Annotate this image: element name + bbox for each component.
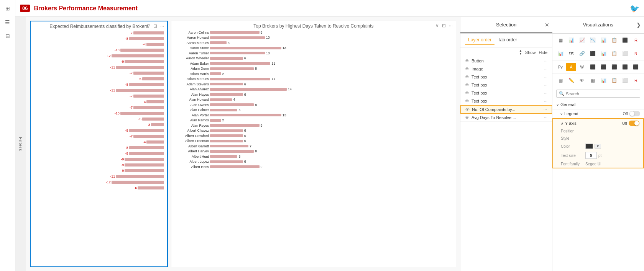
- y-axis-toggle[interactable]: Off: [622, 121, 639, 126]
- layer-dots-icon[interactable]: ···: [544, 107, 547, 112]
- color-dropdown-arrow[interactable]: ▼: [595, 144, 601, 149]
- arrow-down-icon[interactable]: ▼: [519, 52, 522, 56]
- show-label[interactable]: Show: [525, 50, 536, 55]
- tab-selection[interactable]: Selection ✕: [460, 17, 552, 33]
- layer-eye-icon[interactable]: 👁: [465, 115, 469, 120]
- viz-icon-area[interactable]: ⬛: [620, 36, 630, 44]
- layer-item[interactable]: 👁 Image ···: [460, 65, 552, 73]
- viz-icon-pencil[interactable]: ✏️: [566, 76, 576, 85]
- y-axis-toggle-pill[interactable]: [629, 121, 639, 126]
- layer-eye-icon[interactable]: 👁: [465, 59, 469, 63]
- layer-eye-icon[interactable]: 👁: [465, 75, 469, 79]
- filters-panel[interactable]: Filters: [15, 17, 26, 271]
- general-header[interactable]: ∨ General: [552, 100, 644, 109]
- tab-layer-order[interactable]: Layer order: [465, 36, 495, 45]
- viz-icon-s5[interactable]: ⬛: [631, 63, 641, 71]
- viz-icon-py[interactable]: Py: [555, 63, 565, 71]
- filter-icon-right[interactable]: ⊽: [435, 23, 440, 29]
- layer-item-label: Text box: [472, 99, 542, 103]
- viz-icon-s4[interactable]: ⬛: [620, 63, 630, 71]
- layer-eye-icon[interactable]: 👁: [465, 67, 469, 71]
- viz-icon-grid2[interactable]: ▦: [588, 76, 598, 85]
- selection-close-icon[interactable]: ✕: [545, 22, 549, 28]
- layer-item[interactable]: 👁 Text box ···: [460, 73, 552, 81]
- sidebar-icon-list[interactable]: ☰: [2, 17, 13, 28]
- viz-icon-r3[interactable]: R: [631, 76, 641, 85]
- bar-pos: [210, 88, 287, 91]
- hide-label[interactable]: Hide: [539, 50, 547, 55]
- tab-visualizations[interactable]: Visualizations ❯: [552, 17, 644, 33]
- layer-eye-icon[interactable]: 👁: [465, 107, 470, 112]
- viz-icon-map[interactable]: 🗺: [566, 49, 576, 58]
- bar-pos: [210, 150, 254, 153]
- layer-item[interactable]: 👁 Button ···: [460, 57, 552, 65]
- more-icon[interactable]: ···: [159, 23, 165, 29]
- layer-dots-icon[interactable]: ···: [544, 75, 547, 79]
- viz-icon-list2[interactable]: 📋: [610, 76, 619, 85]
- expand-icon[interactable]: ⊡: [153, 23, 158, 29]
- viz-icon-cluster[interactable]: 📊: [599, 36, 609, 44]
- viz-icon-textbox2[interactable]: A: [566, 63, 576, 71]
- bar-row-right: Albert Freeman 6: [174, 139, 453, 143]
- viz-icon-s3[interactable]: ⬛: [610, 63, 619, 71]
- search-input[interactable]: [566, 91, 637, 96]
- color-swatch[interactable]: [585, 144, 593, 149]
- broker-name: Aaron Howard: [174, 36, 209, 39]
- viz-icon-scatter[interactable]: 📊: [555, 49, 565, 58]
- viz-icon-eye[interactable]: 👁: [577, 76, 587, 85]
- viz-icon-w[interactable]: W: [577, 63, 587, 71]
- layer-item[interactable]: 👁 Text box ···: [460, 81, 552, 89]
- layer-dots-icon[interactable]: ···: [544, 115, 547, 120]
- layer-item[interactable]: 👁 Text box ···: [460, 97, 552, 105]
- layer-item[interactable]: 👁 No. Of Complaints by... ···: [460, 105, 552, 114]
- general-title: General: [560, 102, 575, 107]
- chart-panel-left[interactable]: Expected Reimbursements classified by Br…: [30, 21, 168, 267]
- bar-neg: [129, 129, 164, 132]
- viz-icon-kpi[interactable]: 📊: [599, 49, 609, 58]
- viz-icon-box[interactable]: ⬜: [620, 76, 630, 85]
- layer-item[interactable]: 👁 Text box ···: [460, 89, 552, 97]
- viz-icon-r2[interactable]: R: [631, 49, 641, 58]
- bar-value-right: 8: [255, 67, 257, 70]
- tab-tab-order[interactable]: Tab order: [495, 36, 520, 45]
- layer-eye-icon[interactable]: 👁: [465, 91, 469, 95]
- viz-chevron-right-icon[interactable]: ❯: [636, 22, 641, 28]
- text-size-input[interactable]: [585, 152, 597, 159]
- viz-icon-100-bar[interactable]: 📉: [588, 36, 598, 44]
- viz-icon-line[interactable]: 📋: [610, 36, 619, 44]
- layer-item-label: Text box: [472, 75, 542, 79]
- viz-icon-bar2[interactable]: 📊: [599, 76, 609, 85]
- viz-icon-table[interactable]: ▦: [555, 36, 565, 44]
- viz-icon-bar[interactable]: 📊: [566, 36, 576, 44]
- viz-icon-stacked-bar[interactable]: 📈: [577, 36, 587, 44]
- expand-icon-right[interactable]: ⊡: [441, 23, 447, 29]
- legend-toggle[interactable]: Off: [623, 111, 640, 116]
- layer-dots-icon[interactable]: ···: [544, 83, 547, 87]
- more-icon-right[interactable]: ···: [448, 23, 453, 29]
- sidebar-icon-table[interactable]: ⊟: [2, 31, 13, 41]
- broker-name: Albert Hunt: [174, 155, 209, 158]
- chart-panel-right[interactable]: Top Brokers by Highest Days Taken to Res…: [171, 21, 456, 267]
- layer-dots-icon[interactable]: ···: [544, 91, 547, 95]
- bar-pos: [210, 83, 243, 85]
- bar-row-left: -7: [34, 105, 164, 110]
- layer-item[interactable]: 👁 Avg Days To Resolve ... ···: [460, 114, 552, 122]
- header-bar: 06 Brokers Performance Measurement 🐦: [15, 0, 644, 17]
- layer-eye-icon[interactable]: 👁: [465, 99, 469, 103]
- viz-icon-gauge[interactable]: ⬛: [588, 49, 598, 58]
- legend-toggle-pill[interactable]: [629, 111, 640, 116]
- layer-dots-icon[interactable]: ···: [544, 59, 547, 63]
- viz-icon-r1[interactable]: R: [631, 36, 641, 44]
- bar-value-left: -11: [108, 88, 115, 92]
- viz-icon-s1[interactable]: ⬛: [588, 63, 598, 71]
- sidebar-icon-grid[interactable]: ⊞: [2, 3, 13, 14]
- viz-icon-shape[interactable]: ⬜: [620, 49, 630, 58]
- filter-icon[interactable]: ⊽: [146, 23, 151, 29]
- viz-icon-donut[interactable]: 🔗: [577, 49, 587, 58]
- viz-icon-table2[interactable]: ▦: [555, 76, 565, 85]
- viz-icon-s2[interactable]: ⬛: [599, 63, 609, 71]
- layer-eye-icon[interactable]: 👁: [465, 83, 469, 87]
- layer-dots-icon[interactable]: ···: [544, 67, 547, 71]
- layer-dots-icon[interactable]: ···: [544, 99, 547, 103]
- viz-icon-card[interactable]: 📋: [610, 49, 619, 58]
